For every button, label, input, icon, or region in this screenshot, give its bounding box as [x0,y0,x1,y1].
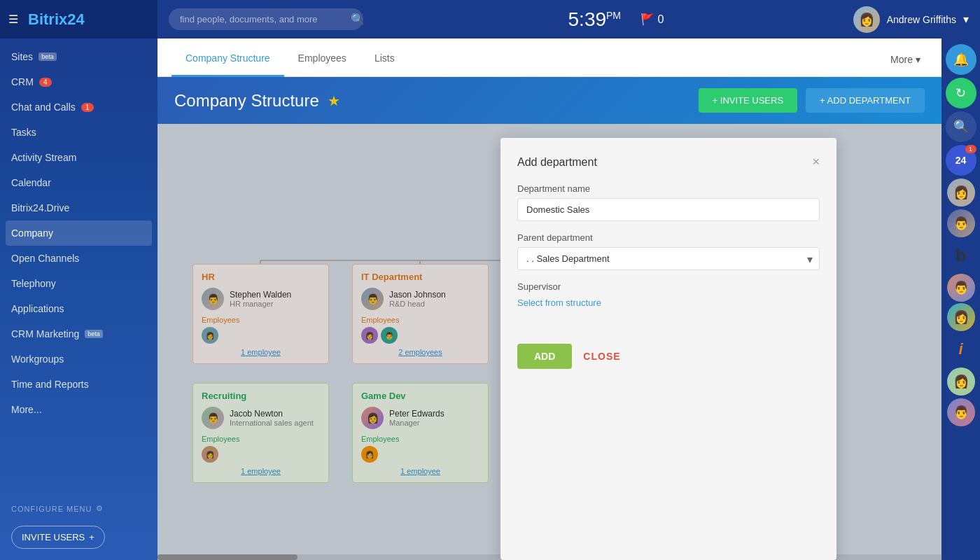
app-logo: Bitrix24 [28,10,85,29]
sidebar-nav: Sites beta CRM 4 Chat and Calls 1 Tasks … [0,38,158,497]
add-department-btn[interactable]: + ADD DEPARTMENT [806,88,925,113]
page-header: Company Structure ★ + INVITE USERS + ADD… [158,77,941,124]
sidebar-item-workgroups[interactable]: Workgroups [0,346,158,372]
contact-avatar-2[interactable]: 👨 [947,209,975,237]
sidebar-item-company[interactable]: Company [6,220,152,246]
contact-avatar-1[interactable]: 👩 [947,178,975,206]
modal-overlay: Add department × Department name Parent … [158,124,941,560]
tab-lists[interactable]: Lists [360,41,409,77]
modal-title: Add department [517,156,597,169]
invite-users-button[interactable]: INVITE USERS + [11,526,105,549]
sidebar-item-more[interactable]: More... [0,397,158,422]
sidebar-item-sites[interactable]: Sites beta [0,44,158,69]
chevron-down-icon: ▾ [963,13,969,26]
bitrix24-icon[interactable]: 24 1 [946,145,976,176]
right-sidebar: 🔔 ↻ 🔍 24 1 👩 👨 b 👨 👩 i 👩 👨 📞 [941,38,980,560]
configure-menu[interactable]: CONFIGURE MENU ⚙ [0,497,158,520]
add-dept-close-button[interactable]: CLOSE [583,351,620,362]
contact-avatar-5[interactable]: 👩 [947,368,975,396]
flag-icon: 🚩 0 [640,13,664,26]
modal-close-button[interactable]: × [812,155,820,169]
add-department-modal: Add department × Department name Parent … [500,138,836,560]
time-display: 5:39PM [568,8,622,31]
org-chart-area: NorthWest Co. 👩 Andrew Griffiths Preside… [158,124,941,560]
sidebar-item-telephony[interactable]: Telephony [0,271,158,296]
topbar-header: 🔍 5:39PM 🚩 0 👩 Andrew Griffiths ▾ [158,0,980,38]
search-input[interactable] [169,8,363,30]
sidebar-item-activity[interactable]: Activity Stream [0,145,158,170]
chevron-down-icon: ▾ [916,54,920,65]
parent-dept-group: Parent department . . Sales Department [517,232,820,270]
dept-name-label: Department name [517,183,820,194]
sidebar-item-drive[interactable]: Bitrix24.Drive [0,195,158,220]
plus-icon: + [89,532,94,542]
contact-avatar-6[interactable]: 👨 [947,398,975,426]
bitrix-badge: 1 [965,145,976,153]
favorite-star-icon[interactable]: ★ [328,92,340,109]
parent-dept-label: Parent department [517,232,820,243]
sidebar-item-open-channels[interactable]: Open Channels [0,246,158,271]
supervisor-label: Supervisor [517,281,820,292]
main-area: 🔍 5:39PM 🚩 0 👩 Andrew Griffiths ▾ Compan… [158,0,980,560]
modal-header: Add department × [517,155,820,169]
sidebar: ☰ Bitrix24 Sites beta CRM 4 Chat and Cal… [0,0,158,560]
invite-users-btn[interactable]: + INVITE USERS [699,88,798,113]
avatar: 👩 [853,6,880,33]
tab-bar: Company Structure Employees Lists More ▾ [158,38,941,77]
tab-employees[interactable]: Employees [284,41,360,77]
sidebar-item-tasks[interactable]: Tasks [0,120,158,145]
supervisor-group: Supervisor Select from structure [517,281,820,309]
parent-dept-select-wrapper: . . Sales Department [517,247,820,270]
sidebar-item-time-reports[interactable]: Time and Reports [0,372,158,397]
search-icon[interactable]: 🔍 [351,13,365,26]
contact-group: 👨 👩 [947,274,975,331]
contact-avatar-4[interactable]: 👩 [947,303,975,331]
italic-u-icon[interactable]: i [946,334,976,365]
search-icon[interactable]: 🔍 [946,111,976,142]
hamburger-icon[interactable]: ☰ [8,13,18,26]
parent-dept-select[interactable]: . . Sales Department [517,247,820,270]
select-from-structure-link[interactable]: Select from structure [517,298,601,308]
sidebar-item-calendar[interactable]: Calendar [0,170,158,195]
sidebar-item-crm-marketing[interactable]: CRM Marketing beta [0,321,158,346]
add-dept-confirm-button[interactable]: ADD [517,344,572,369]
dept-name-input[interactable] [517,198,820,221]
user-area[interactable]: 👩 Andrew Griffiths ▾ [853,6,969,33]
page-title: Company Structure [174,91,319,111]
main-content: Company Structure Employees Lists More ▾… [158,38,941,560]
sidebar-item-crm[interactable]: CRM 4 [0,69,158,94]
refresh-icon[interactable]: ↻ [946,78,976,108]
text-b-icon[interactable]: b [946,240,976,271]
contact-avatar-3[interactable]: 👨 [947,274,975,302]
sidebar-item-applications[interactable]: Applications [0,296,158,321]
tab-more[interactable]: More ▾ [883,43,927,76]
tab-company-structure[interactable]: Company Structure [172,41,284,77]
modal-footer: ADD CLOSE [517,330,820,369]
gear-icon: ⚙ [96,504,104,513]
notifications-icon[interactable]: 🔔 [946,44,976,75]
header-actions: + INVITE USERS + ADD DEPARTMENT [699,88,925,113]
dept-name-group: Department name [517,183,820,221]
sidebar-item-chat[interactable]: Chat and Calls 1 [0,94,158,120]
sidebar-header: ☰ Bitrix24 [0,0,158,38]
